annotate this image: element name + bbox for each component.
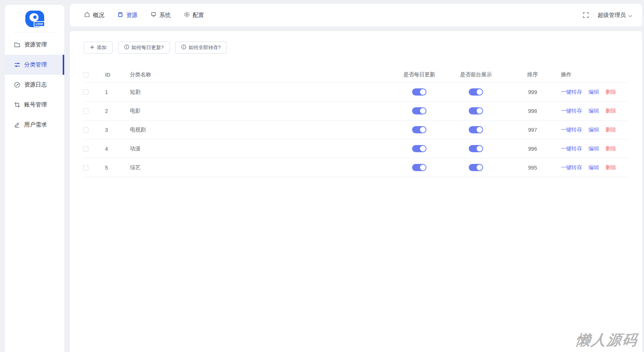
sidebar-item-user-requirements[interactable]: 用户需求 (5, 115, 64, 135)
nav-tabs: 概况 资源 系统 配置 (84, 11, 204, 19)
delete-link[interactable]: 删除 (605, 164, 616, 171)
info-icon (181, 45, 186, 51)
row-sort: 995 (504, 165, 561, 171)
edit-link[interactable]: 编辑 (588, 145, 599, 152)
user-dropdown[interactable]: 超级管理员 (598, 12, 632, 19)
row-checkbox[interactable] (83, 165, 88, 170)
main-content: 添加 如何每日更新? 如何全部转存? ID 分类名称 是否每日更新 是否前台展示… (70, 31, 642, 352)
col-category-name: 分类名称 (128, 71, 391, 78)
sidebar-item-category-management[interactable]: 分类管理 (5, 55, 64, 75)
edit-link[interactable]: 编辑 (588, 89, 599, 96)
one-click-transfer-link[interactable]: 一键转存 (561, 127, 582, 133)
how-daily-update-label: 如何每日更新? (131, 44, 164, 51)
board-icon (150, 11, 157, 19)
top-navbar: 概况 资源 系统 配置 超级管理员 (70, 4, 642, 26)
plus-icon (90, 45, 94, 51)
edit-link[interactable]: 编辑 (588, 127, 599, 133)
row-checkbox[interactable] (83, 146, 88, 151)
gear-icon (184, 11, 190, 19)
sidebar-item-label: 分类管理 (24, 61, 47, 68)
col-actions: 操作 (561, 71, 629, 78)
toolbar: 添加 如何每日更新? 如何全部转存? (70, 31, 642, 54)
row-id: 5 (95, 165, 128, 171)
front-display-toggle[interactable] (469, 126, 483, 133)
daily-update-toggle[interactable] (412, 88, 426, 96)
one-click-transfer-link[interactable]: 一键转存 (561, 108, 582, 114)
tab-label: 系统 (159, 12, 171, 19)
crop-icon (14, 102, 20, 108)
add-button[interactable]: 添加 (84, 42, 113, 54)
daily-update-toggle[interactable] (412, 145, 426, 152)
row-category-name: 电影 (128, 108, 391, 114)
row-id: 4 (95, 146, 128, 152)
one-click-transfer-link[interactable]: 一键转存 (561, 89, 582, 96)
tab-overview[interactable]: 概况 (84, 11, 104, 19)
tab-resources[interactable]: 资源 (117, 11, 137, 19)
col-sort: 排序 (504, 71, 561, 78)
front-display-toggle[interactable] (469, 164, 483, 171)
user-name-label: 超级管理员 (598, 12, 626, 19)
sidebar: CRM 资源管理 分类管理 资源日志 账号管理 用户需求 (5, 5, 64, 352)
sidebar-item-label: 资源日志 (24, 81, 47, 88)
sidebar-item-resource-log[interactable]: 资源日志 (5, 75, 64, 95)
delete-link[interactable]: 删除 (605, 108, 616, 114)
tab-system[interactable]: 系统 (150, 11, 171, 19)
table-row: 2 电影 998 一键转存 编辑 删除 (83, 102, 629, 120)
daily-update-toggle[interactable] (412, 164, 426, 171)
one-click-transfer-link[interactable]: 一键转存 (561, 145, 582, 152)
col-id: ID (95, 72, 128, 78)
sidebar-item-label: 账号管理 (24, 101, 47, 108)
row-id: 2 (95, 108, 128, 114)
front-display-toggle[interactable] (469, 88, 483, 96)
sidebar-item-resource-management[interactable]: 资源管理 (5, 35, 64, 55)
sidebar-item-account-management[interactable]: 账号管理 (5, 95, 64, 115)
col-daily-update: 是否每日更新 (391, 71, 448, 78)
category-table: ID 分类名称 是否每日更新 是否前台展示 排序 操作 1 短剧 999 一键转… (83, 67, 629, 177)
box-icon (117, 11, 124, 19)
row-checkbox[interactable] (83, 108, 88, 114)
add-button-label: 添加 (97, 44, 107, 51)
row-category-name: 综艺 (128, 164, 391, 171)
table-row: 4 动漫 996 一键转存 编辑 删除 (83, 139, 629, 158)
logo-dot (33, 15, 37, 19)
tab-label: 配置 (193, 12, 204, 19)
info-icon (124, 45, 129, 51)
sidebar-item-label: 资源管理 (24, 41, 47, 48)
row-sort: 998 (504, 108, 561, 114)
row-category-name: 短剧 (128, 89, 391, 96)
logo-text: CRM (34, 21, 45, 27)
daily-update-toggle[interactable] (412, 126, 426, 133)
front-display-toggle[interactable] (469, 145, 483, 152)
row-checkbox[interactable] (83, 127, 88, 133)
fullscreen-icon[interactable] (582, 12, 589, 19)
row-checkbox[interactable] (83, 90, 88, 95)
table-row: 1 短剧 999 一键转存 编辑 删除 (83, 83, 629, 102)
home-icon (84, 11, 90, 19)
tab-settings[interactable]: 配置 (184, 11, 204, 19)
row-sort: 999 (504, 89, 561, 95)
app-logo: CRM (5, 5, 64, 28)
select-all-checkbox[interactable] (83, 72, 88, 77)
row-id: 1 (95, 89, 128, 95)
row-category-name: 电视剧 (128, 127, 391, 133)
table-header: ID 分类名称 是否每日更新 是否前台展示 排序 操作 (83, 67, 629, 83)
one-click-transfer-link[interactable]: 一键转存 (561, 164, 582, 171)
tab-label: 概况 (93, 12, 104, 19)
row-sort: 997 (504, 127, 561, 133)
edit-link[interactable]: 编辑 (588, 108, 599, 114)
tab-label: 资源 (126, 12, 137, 19)
edit-link[interactable]: 编辑 (588, 164, 599, 171)
daily-update-toggle[interactable] (412, 107, 426, 114)
col-front-display: 是否前台展示 (448, 71, 504, 78)
row-id: 3 (95, 127, 128, 133)
compass-icon (14, 82, 20, 88)
how-transfer-all-button[interactable]: 如何全部转存? (175, 42, 227, 54)
front-display-toggle[interactable] (469, 107, 483, 114)
sliders-icon (14, 62, 20, 68)
how-transfer-all-label: 如何全部转存? (188, 44, 221, 51)
delete-link[interactable]: 删除 (605, 89, 616, 96)
how-daily-update-button[interactable]: 如何每日更新? (118, 42, 170, 54)
delete-link[interactable]: 删除 (605, 145, 616, 152)
delete-link[interactable]: 删除 (605, 127, 616, 133)
row-sort: 996 (504, 146, 561, 152)
